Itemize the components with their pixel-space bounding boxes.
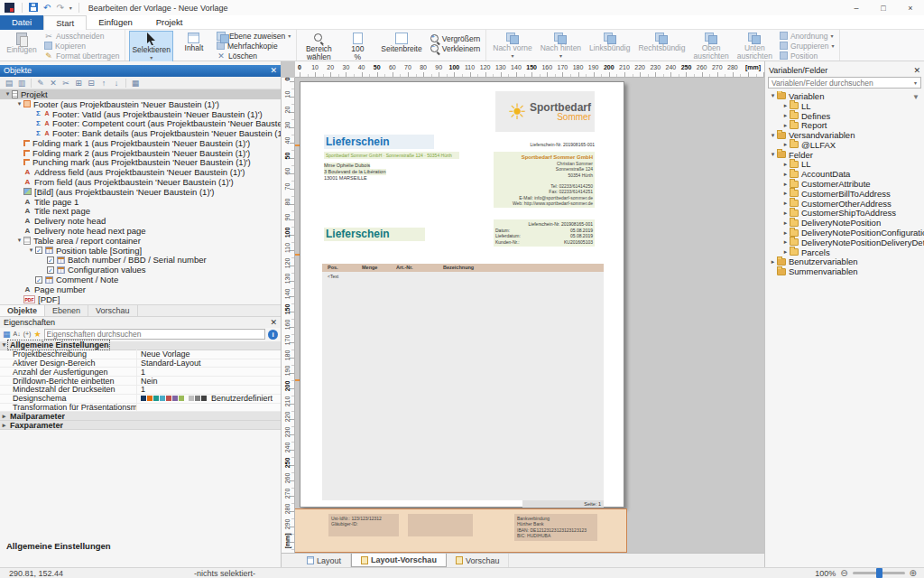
- collapse-icon[interactable]: ▾: [0, 341, 8, 349]
- variables-tree-item[interactable]: ▸Report: [765, 120, 924, 130]
- checkbox[interactable]: ✓: [47, 256, 54, 264]
- collapse-icon[interactable]: ▾: [769, 151, 777, 158]
- property-value[interactable]: 1: [137, 368, 281, 377]
- select-button[interactable]: Selektieren▾: [129, 31, 173, 63]
- table-header[interactable]: Pos. Menge Art.-Nr. Bezeichnung: [322, 264, 604, 272]
- collapse-icon[interactable]: ▾: [27, 247, 35, 254]
- align-right-button[interactable]: Rechtsbündig: [635, 31, 688, 54]
- recipient-address[interactable]: Mme Ophélie Dubois 3 Boulevard de la Lib…: [324, 163, 386, 182]
- undo-button[interactable]: ↶: [41, 3, 53, 13]
- delete-object-button[interactable]: ✕: [48, 78, 59, 89]
- checkbox[interactable]: ✓: [35, 247, 42, 254]
- objects-tree-item[interactable]: APage number: [0, 284, 281, 294]
- expand-icon[interactable]: ▸: [781, 171, 790, 178]
- property-value[interactable]: Benutzerdefiniert: [137, 394, 281, 403]
- objects-tree-item[interactable]: ▾✓Position table [Sorting]: [0, 246, 281, 256]
- filter-icon[interactable]: ▼: [912, 93, 919, 101]
- expand-icon[interactable]: ▸: [781, 219, 790, 227]
- save-button[interactable]: [26, 3, 41, 14]
- expand-icon[interactable]: ▸: [781, 122, 790, 129]
- footer-court-block[interactable]: [408, 514, 473, 536]
- cut-button[interactable]: ✂Ausschneiden: [42, 31, 121, 41]
- variables-tree-item[interactable]: ▸Parcels: [765, 247, 924, 257]
- objects-tree-item[interactable]: ΣAFooter: VatId (aus Projektbaustein 'Ne…: [0, 109, 281, 119]
- collapse-icon[interactable]: ▾: [769, 92, 777, 99]
- variables-tree-item[interactable]: ▸Defines: [765, 111, 924, 121]
- variables-tree-item[interactable]: ▸Benutzervariablen: [765, 257, 924, 267]
- variables-tree-item[interactable]: ▸CustomerShipToAddress: [765, 209, 924, 219]
- minimize-button[interactable]: –: [843, 0, 870, 15]
- objects-tree-item[interactable]: ✓Comment / Note: [0, 275, 281, 284]
- variables-tree-item[interactable]: ▸LL: [765, 160, 924, 170]
- maximize-button[interactable]: □: [870, 0, 897, 15]
- copy-button[interactable]: Kopieren: [42, 41, 121, 51]
- position-button[interactable]: Position: [778, 51, 836, 61]
- objects-tree-item[interactable]: ▾Table area / report container: [0, 236, 281, 246]
- property-category[interactable]: ▸Faxparameter: [0, 421, 281, 430]
- variables-search-input[interactable]: [769, 79, 910, 88]
- objects-tree-item[interactable]: Folding mark 1 (aus Projektbaustein 'Neu…: [0, 138, 281, 148]
- zoom-slider[interactable]: [853, 572, 905, 574]
- zoom-out-icon[interactable]: ⊖: [840, 569, 847, 578]
- close-icon[interactable]: ✕: [270, 66, 277, 75]
- delete-button[interactable]: ✕Löschen: [215, 51, 292, 61]
- close-icon[interactable]: ✕: [270, 318, 277, 327]
- objects-tree-item[interactable]: ΣAFooter: Bank details (aus Projektbaust…: [0, 128, 281, 138]
- cut-object-button[interactable]: ✂: [60, 78, 71, 89]
- objects-tree-item[interactable]: [Bild] (aus Projektbaustein 'Neuer Baust…: [0, 187, 281, 197]
- tab-datei[interactable]: Datei: [0, 15, 43, 30]
- align-bottom-button[interactable]: Untenausrichten: [735, 31, 775, 61]
- tab-ebenen[interactable]: Ebenen: [45, 305, 88, 316]
- expand-icon[interactable]: ▸: [781, 190, 790, 197]
- variables-tree-item[interactable]: ▸DeliveryNotePositionConfiguration: [765, 228, 924, 238]
- page-width-button[interactable]: Seitenbreite: [378, 31, 424, 55]
- expand-icon[interactable]: ▸: [781, 248, 790, 256]
- collapse-icon[interactable]: ▾: [769, 132, 777, 139]
- zoom-slider-thumb[interactable]: [876, 568, 882, 578]
- objects-tree-item[interactable]: ΣAFooter: Competent court (aus Projektba…: [0, 118, 281, 128]
- redo-button[interactable]: ↷: [53, 3, 66, 13]
- page-number[interactable]: Seite: 1: [522, 500, 604, 508]
- expand-icon[interactable]: ▸: [781, 181, 790, 188]
- tab-layout-vorschau[interactable]: Layout-Vorschau: [351, 554, 447, 567]
- footer-vatid-block[interactable]: Ust-IdNr.: 123/123/12312 Gläubiger-ID:: [328, 514, 399, 536]
- expand-icon[interactable]: ▸: [781, 102, 790, 109]
- expand-icon[interactable]: ▸: [781, 229, 790, 237]
- collapse-icon[interactable]: ▾: [15, 237, 23, 244]
- objects-tree-item[interactable]: ADelivery note head next page: [0, 226, 281, 236]
- expand-icon[interactable]: ▸: [781, 141, 790, 148]
- property-value[interactable]: 1: [137, 385, 281, 394]
- zoom-100-button[interactable]: 100%: [339, 31, 375, 62]
- variables-tree-item[interactable]: ▾Felder: [765, 150, 924, 160]
- objects-tree-item[interactable]: ADelivery note head: [0, 216, 281, 226]
- variables-tree-item[interactable]: ▸@LLFAX: [765, 140, 924, 150]
- tree-options-button[interactable]: ▦: [130, 78, 141, 89]
- bring-to-front-button[interactable]: Nach vorne▾: [490, 31, 534, 61]
- zoom-out-button[interactable]: −Verkleinern: [428, 43, 483, 53]
- objects-tree-item[interactable]: ▾Footer (aus Projektbaustein 'Neuer Baus…: [0, 99, 281, 109]
- format-painter-button[interactable]: ✎Format übertragen: [42, 51, 121, 61]
- variables-tree-item[interactable]: ▾Versandvariablen: [765, 130, 924, 140]
- footer-bank-block[interactable]: Bankverbindung Hürther Bank IBAN: DE1212…: [514, 514, 597, 541]
- app-icon[interactable]: [5, 3, 14, 13]
- objects-tree-item[interactable]: ▾Projekt: [0, 89, 281, 99]
- properties-search-input[interactable]: [44, 329, 265, 340]
- canvas[interactable]: ☀ Sportbedarf Sommer Lieferschein-Nr. 20…: [295, 78, 764, 553]
- objects-tree-item[interactable]: ATitle page 1: [0, 197, 281, 207]
- variables-tree-item[interactable]: ▸DeliveryNotePositionDeliveryDetails: [765, 238, 924, 247]
- sender-line[interactable]: Sportbedarf Sommer GmbH · Sonnenstraße 1…: [324, 152, 459, 159]
- info-icon[interactable]: i: [268, 330, 278, 340]
- copy-object-button[interactable]: ⊞: [73, 78, 84, 89]
- close-button[interactable]: ×: [897, 0, 924, 15]
- zoom-in-icon[interactable]: ⊕: [910, 569, 917, 578]
- sort-icon[interactable]: A↓: [14, 329, 21, 340]
- align-top-button[interactable]: Obenausrichten: [690, 31, 731, 61]
- logo-object[interactable]: ☀ Sportbedarf Sommer: [495, 91, 595, 132]
- move-down-button[interactable]: ↓: [111, 78, 122, 89]
- checkbox[interactable]: ✓: [35, 276, 42, 284]
- document-page[interactable]: ☀ Sportbedarf Sommer Lieferschein-Nr. 20…: [300, 81, 624, 508]
- move-up-button[interactable]: ↑: [98, 78, 109, 89]
- chevron-down-icon[interactable]: ▾: [910, 79, 920, 86]
- objects-tree-item[interactable]: PDF[PDF]: [0, 294, 281, 304]
- expand-all-icon[interactable]: (+): [23, 329, 32, 340]
